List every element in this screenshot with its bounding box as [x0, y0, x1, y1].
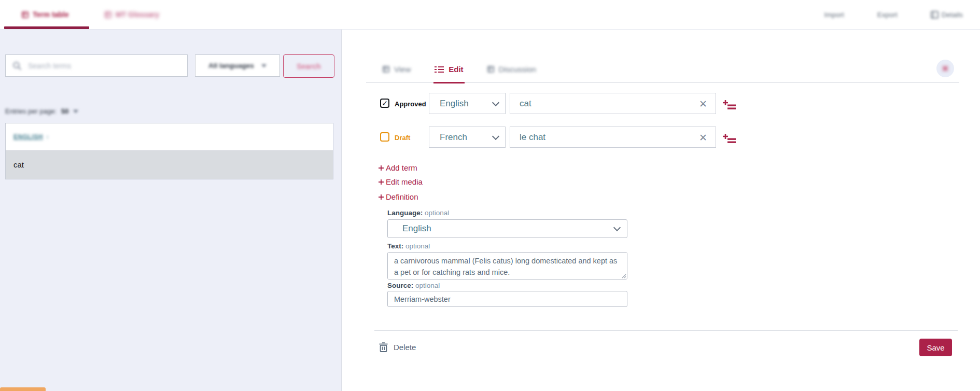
delete-button-label: Delete — [394, 343, 416, 352]
term-table-header[interactable]: ENGLISH ↑ — [6, 123, 333, 150]
entries-per-page-label: Entries per page: — [5, 107, 57, 115]
term-language-value-2: French — [440, 132, 467, 143]
search-button[interactable]: Search — [283, 54, 334, 78]
tab-mt-glossary[interactable]: MT Glossary — [105, 0, 159, 29]
active-editor-tab-underline — [433, 82, 464, 83]
sort-ascending-icon: ↑ — [46, 134, 49, 140]
clear-term-icon[interactable]: ✕ — [699, 132, 707, 142]
footer-divider — [374, 330, 958, 331]
tab-view-label: View — [394, 65, 411, 74]
save-button-label: Save — [927, 343, 944, 352]
definition-source-label: Source: optional — [387, 282, 440, 289]
language-filter-value: All languages — [208, 62, 254, 69]
active-tab-underline — [4, 26, 89, 29]
search-input[interactable]: Search terms — [5, 54, 188, 77]
resize-grip-icon[interactable] — [622, 274, 626, 278]
chevron-down-icon — [492, 99, 499, 106]
definition-language-value: English — [402, 224, 431, 234]
chevron-down-icon — [492, 132, 499, 139]
import-button[interactable]: Import — [824, 11, 844, 19]
table-grid-icon — [105, 11, 111, 18]
term-input-1[interactable] — [510, 93, 716, 114]
close-editor-button[interactable]: ✕ — [936, 60, 954, 77]
term-language-select-2[interactable]: French — [429, 127, 506, 148]
clear-term-icon[interactable]: ✕ — [699, 99, 707, 108]
edit-media-link[interactable]: Edit media — [378, 177, 423, 186]
add-term-variant-icon[interactable] — [722, 133, 736, 145]
table-row[interactable]: cat — [6, 150, 333, 179]
definition-language-select[interactable]: English — [387, 219, 627, 238]
tab-discussion-label: Discussion — [499, 65, 537, 74]
glossary-app: Term table MT Glossary Import Export Det… — [0, 0, 980, 391]
save-button[interactable]: Save — [919, 339, 952, 356]
search-icon — [12, 61, 22, 71]
table-grid-icon — [22, 11, 29, 18]
sidebar: Search terms All languages Search Entrie… — [0, 30, 342, 391]
details-button[interactable]: Details — [931, 11, 963, 19]
view-icon — [383, 66, 389, 73]
import-button-label: Import — [824, 11, 844, 19]
export-button[interactable]: Export — [877, 11, 898, 19]
definition-text-label: Text: optional — [387, 242, 430, 250]
entries-per-page: Entries per page: 50 — [5, 107, 78, 115]
term-table: ENGLISH ↑ cat — [5, 123, 333, 179]
close-icon: ✕ — [942, 64, 948, 74]
tab-discussion[interactable]: Discussion — [487, 56, 537, 82]
tab-term-table[interactable]: Term table — [22, 0, 69, 29]
chevron-down-icon — [613, 224, 621, 231]
export-button-label: Export — [877, 11, 898, 19]
term-input-2[interactable] — [510, 127, 716, 147]
tab-mt-glossary-label: MT Glossary — [116, 10, 159, 19]
definition-text-wrapper: a carnivorous mammal (Felis catus) long … — [387, 252, 627, 280]
definition-text-input[interactable]: a carnivorous mammal (Felis catus) long … — [387, 252, 627, 280]
tab-term-table-label: Term table — [33, 10, 69, 19]
draft-checkbox[interactable] — [380, 132, 389, 142]
term-cell: cat — [13, 160, 24, 169]
editor-tabs: View Edit Discussion — [366, 56, 959, 83]
term-field-1: ✕ — [510, 93, 716, 114]
details-button-label: Details — [942, 11, 963, 19]
definition-language-label: Language: optional — [387, 209, 449, 217]
add-term-link-label: Add term — [386, 163, 417, 172]
search-placeholder: Search terms — [28, 62, 71, 70]
entries-per-page-value[interactable]: 50 — [61, 107, 68, 115]
caret-down-icon — [261, 64, 267, 67]
draft-label: Draft — [395, 134, 410, 142]
trash-icon — [379, 342, 388, 352]
edit-media-link-label: Edit media — [386, 177, 423, 186]
term-language-value-1: English — [440, 99, 469, 109]
document-icon — [931, 11, 939, 19]
approved-checkbox[interactable]: ✓ — [380, 99, 389, 108]
add-term-link[interactable]: Add term — [378, 163, 417, 172]
edit-list-icon — [435, 66, 444, 73]
plus-icon — [378, 179, 384, 185]
plus-icon — [378, 194, 384, 200]
tab-edit-label: Edit — [449, 65, 463, 74]
delete-button[interactable]: Delete — [379, 342, 416, 352]
checkmark-icon: ✓ — [382, 100, 388, 107]
topbar: Term table MT Glossary Import Export Det… — [0, 0, 980, 30]
bottom-corner-widget[interactable] — [0, 387, 46, 391]
discussion-icon — [487, 66, 494, 73]
definition-link-label: Definition — [386, 192, 418, 201]
term-language-select-1[interactable]: English — [429, 93, 506, 114]
approved-label: Approved — [395, 100, 426, 108]
column-header-english[interactable]: ENGLISH — [13, 133, 43, 141]
term-field-2: ✕ — [510, 127, 716, 148]
topbar-actions: Import Export Details — [824, 0, 963, 29]
definition-link[interactable]: Definition — [378, 192, 418, 201]
caret-down-icon[interactable] — [73, 110, 78, 113]
plus-icon — [378, 165, 384, 171]
add-term-variant-icon[interactable] — [722, 100, 736, 111]
tab-edit[interactable]: Edit — [435, 56, 463, 82]
definition-source-input[interactable] — [387, 291, 627, 307]
search-button-label: Search — [297, 62, 321, 71]
language-filter-select[interactable]: All languages — [195, 54, 280, 77]
tab-view[interactable]: View — [383, 56, 411, 82]
